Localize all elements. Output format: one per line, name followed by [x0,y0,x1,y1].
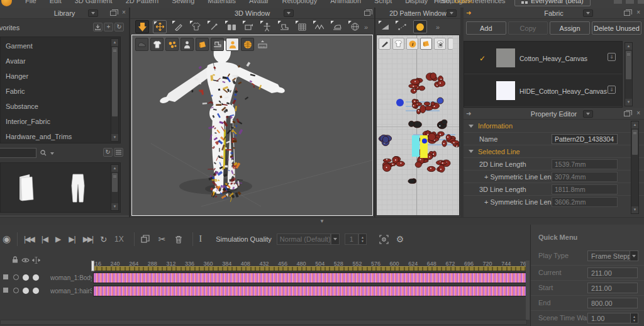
show-avatar-display-button[interactable] [226,38,239,51]
section-information[interactable]: Information [464,120,644,132]
menu-animation[interactable]: Animation [330,0,361,4]
fabric-assign-button[interactable]: Assign [550,21,590,35]
menu-script[interactable]: Script [374,0,392,4]
menu-overflow-chevron[interactable]: » [408,0,411,7]
scroll-up-icon[interactable]: ▲ [111,39,118,46]
3d-toolbar-overflow-chevron[interactable]: » [364,23,368,31]
duplicate-keyframe-button[interactable] [141,235,150,244]
end-frame-input[interactable]: 800.00 [587,298,638,308]
timeline-settings-button[interactable]: ⚙ [396,234,404,244]
panel-collapse-handle[interactable]: ▼ [0,217,644,225]
fabric-float-icon[interactable] [624,11,630,16]
fabric-delete-unused-button[interactable]: Delete Unused [592,21,641,35]
library-item-garment[interactable]: Garment [1,40,120,52]
account-name[interactable]: Guest [454,0,472,4]
focus-frame-button[interactable] [379,235,389,244]
timeline-vertical-scrollbar[interactable] [526,261,530,320]
fabric-row[interactable]: ✓ Cotton_Heavy_Canvas ⇓ [464,42,622,74]
show-garment-button[interactable] [150,38,164,51]
menu-3d-garment[interactable]: 3D Garment [75,0,113,4]
scroll-up-icon[interactable]: ▲ [111,165,118,172]
fabric-swatch[interactable] [496,48,515,67]
pattern-mode-toggle-button[interactable] [413,20,427,33]
library-list-scrollbar[interactable]: ▲ ▼ [111,38,119,142]
library-item-hardware-and-trims[interactable]: Hardware_and_Trims [1,130,120,143]
show-measure-button[interactable] [256,38,269,51]
garment-pair-tool-button[interactable] [225,20,238,33]
3d-window-menu-dropdown[interactable] [284,9,294,17]
menu-retopology[interactable]: Retopology [282,0,318,4]
machine-tool-button[interactable] [277,20,291,33]
2d-pattern-menu-dropdown[interactable] [447,9,457,17]
menu-materials[interactable]: Materials [208,0,236,4]
track-keyframes-bar[interactable] [93,286,527,296]
keyframe-band[interactable] [93,266,527,271]
playback-speed-button[interactable]: 1X [114,235,124,244]
scroll-up-icon[interactable]: ▲ [625,43,632,50]
track-visible-toggle[interactable] [23,274,29,281]
library-close-icon[interactable]: × [122,9,126,16]
globe-tool-button[interactable] [348,20,362,33]
scrub-column-icon[interactable] [32,257,40,264]
scene-time-warp-input[interactable]: 1.00 [587,313,631,323]
library-view-refresh-button[interactable]: ↻ [103,148,113,157]
record-button[interactable]: ◉ [3,233,11,245]
show-shoes-button[interactable] [135,38,148,51]
scroll-down-icon[interactable]: ▼ [111,134,118,141]
simulation-quality-caret[interactable] [331,233,340,245]
save-fabric-icon[interactable]: ⇓ [608,86,616,94]
go-to-start-button[interactable]: |◀◀ [24,235,34,244]
2d-toolbar-overflow-chevron[interactable]: » [436,23,440,31]
section-selected-line[interactable]: Selected Line [464,145,644,157]
library-item-substance[interactable]: Substance [1,100,120,113]
scroll-down-icon[interactable]: ▼ [625,99,632,106]
loop-button[interactable]: ↻ [100,235,107,244]
show-pattern-button[interactable] [165,38,179,51]
library-list-view-button[interactable] [114,148,123,157]
visibility-column-icon[interactable] [21,257,30,263]
track-mute-toggle[interactable] [3,274,8,279]
step-spinner[interactable]: ▲▼ [358,233,367,245]
play-button[interactable]: ▶ [55,235,61,244]
edit-pattern-tool-button[interactable] [395,20,409,33]
cut-keyframe-button[interactable]: ✂ [158,234,166,244]
timeline-horizontal-scrollbar[interactable] [0,320,527,325]
play-type-dropdown[interactable]: Frame Stepping [587,250,630,261]
fabric-copy-button[interactable]: Copy [508,21,548,35]
menu-file[interactable]: File [25,0,36,4]
fabric-row[interactable]: HIDE_Cotton_Heavy_Canvas ⇓ [464,74,622,107]
transform-pattern-tool-button[interactable] [378,20,392,33]
property-scrollbar[interactable]: ▲ ▼ [631,121,639,214]
track-lock-toggle[interactable] [33,274,39,281]
menu-sewing[interactable]: Sewing [172,0,194,4]
ibeam-cursor-button[interactable]: I [199,234,203,244]
2d-toggle-partial-button[interactable] [448,38,453,50]
track-lock-toggle[interactable] [33,288,39,294]
show-machine-button[interactable] [211,38,224,51]
minimize-button[interactable] [614,0,622,4]
3d-window-float-icon[interactable] [364,11,370,16]
stitch-tool-button[interactable] [313,20,326,33]
property-menu-dropdown[interactable] [583,110,593,118]
2d-show-lock-button[interactable] [434,38,446,50]
2d-show-pen-button[interactable] [379,38,391,50]
property-float-icon[interactable] [624,111,630,116]
fabric-menu-dropdown[interactable] [583,9,593,17]
scroll-down-icon[interactable]: ▼ [111,203,118,210]
track-solo-toggle[interactable] [13,274,19,280]
maximize-button[interactable] [626,0,634,4]
pin-tool-button[interactable] [207,20,221,33]
menu-2d-pattern[interactable]: 2D Pattern [126,0,159,4]
fabric-close-icon[interactable]: × [636,9,640,16]
flip-tool-button[interactable] [242,20,256,33]
library-import-button[interactable] [93,23,103,31]
3d-viewport[interactable] [131,35,373,216]
library-menu-dropdown[interactable] [88,9,98,17]
property-close-icon[interactable]: × [636,110,640,116]
track-visible-toggle[interactable] [23,288,29,294]
avatar-tool-button[interactable] [260,20,274,33]
sewing-tool-button[interactable] [189,20,203,33]
library-float-icon[interactable] [110,11,116,16]
2d-show-info-button[interactable]: i [406,38,418,50]
track-solo-toggle[interactable] [13,288,19,293]
